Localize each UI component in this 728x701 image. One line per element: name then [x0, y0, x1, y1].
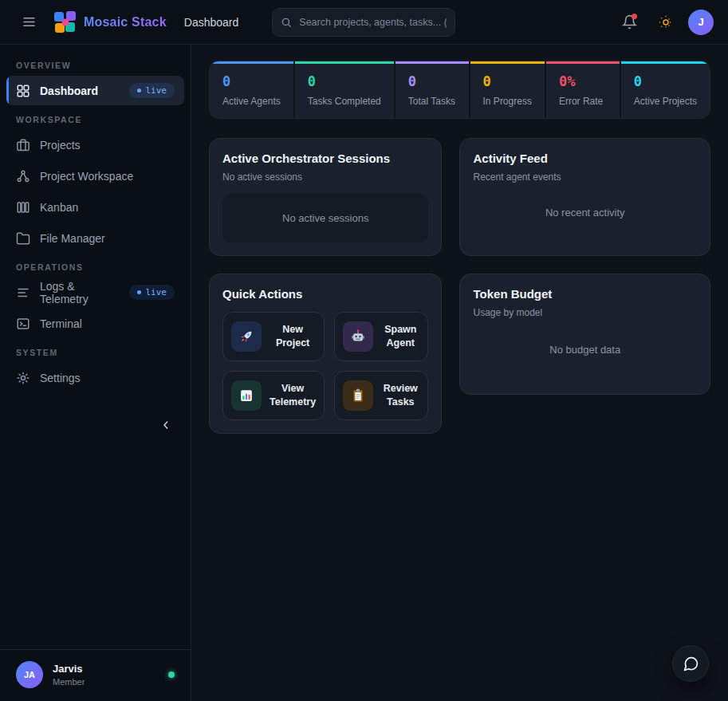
stat-card-tasks-completed: 0 Tasks Completed — [295, 61, 394, 118]
chat-fab-button[interactable] — [672, 645, 709, 682]
user-avatar-initials: JA — [16, 661, 43, 688]
bar-chart-icon — [238, 387, 255, 404]
stat-label: Total Tasks — [408, 96, 456, 107]
mosaic-logo-icon — [54, 11, 76, 33]
section-label-operations: Operations — [0, 262, 191, 272]
sidebar-item-kanban[interactable]: Kanban — [6, 192, 184, 222]
stat-value: 0 — [408, 73, 456, 89]
stat-card-active-projects: 0 Active Projects — [621, 61, 710, 118]
breadcrumb-page-label: Dashboard — [184, 16, 239, 29]
budget-empty-state: No budget data — [473, 318, 697, 381]
stat-accent-bar — [546, 61, 620, 64]
card-subtitle: No active sessions — [222, 171, 428, 183]
stats-row: 0 Active Agents 0 Tasks Completed 0 Tota… — [209, 61, 710, 119]
global-search — [272, 8, 455, 37]
stat-accent-bar — [210, 61, 293, 64]
stat-card-error-rate: 0% Error Rate — [546, 61, 620, 118]
sidebar-item-dashboard[interactable]: Dashboard live — [6, 76, 184, 105]
quick-action-label: Review Tasks — [381, 382, 419, 409]
live-dot-icon — [137, 290, 141, 294]
card-title: Token Budget — [473, 287, 697, 301]
app-logo[interactable]: Mosaic Stack — [54, 11, 167, 33]
kanban-columns-icon — [16, 200, 30, 215]
view-telemetry-button[interactable]: View Telemetry — [222, 371, 325, 420]
sidebar-item-label: Dashboard — [40, 85, 98, 97]
stat-card-total-tasks: 0 Total Tasks — [395, 61, 469, 118]
sun-icon — [659, 15, 673, 30]
live-dot-icon — [137, 89, 141, 93]
active-sessions-card: Active Orchestrator Sessions No active s… — [209, 138, 442, 256]
user-name: Jarvis — [53, 663, 85, 675]
card-subtitle: Recent agent events — [473, 171, 697, 183]
sidebar-item-label: Projects — [40, 139, 81, 152]
sidebar-item-label: Logs & Telemetry — [40, 280, 120, 305]
stat-label: Error Rate — [559, 96, 607, 107]
stat-value: 0 — [222, 73, 281, 89]
live-badge: live — [129, 285, 175, 300]
spawn-agent-button[interactable]: Spawn Agent — [334, 312, 428, 361]
gear-icon — [16, 371, 30, 385]
sidebar-item-settings[interactable]: Settings — [6, 363, 184, 392]
stat-card-active-agents: 0 Active Agents — [210, 61, 293, 118]
app-title: Mosaic Stack — [84, 15, 167, 30]
quick-action-label: Spawn Agent — [381, 323, 419, 350]
card-subtitle: Usage by model — [473, 307, 697, 318]
notifications-button[interactable] — [615, 8, 643, 37]
user-role: Member — [53, 677, 85, 687]
search-icon — [281, 17, 292, 28]
top-header: Mosaic Stack Dashboard J — [0, 0, 728, 45]
sidebar-item-label: Kanban — [40, 201, 78, 214]
quick-action-label: New Project — [270, 323, 316, 350]
chat-bubble-icon — [683, 656, 699, 672]
stat-accent-bar — [470, 61, 545, 64]
stat-accent-bar — [621, 61, 710, 64]
new-project-button[interactable]: New Project — [222, 312, 325, 361]
review-tasks-button[interactable]: Review Tasks — [334, 371, 428, 420]
grid-icon — [16, 84, 30, 98]
notification-dot — [632, 14, 637, 19]
token-budget-card: Token Budget Usage by model No budget da… — [459, 274, 710, 395]
sidebar-item-label: Project Workspace — [40, 170, 133, 183]
card-title: Active Orchestrator Sessions — [222, 152, 428, 165]
sidebar-item-terminal[interactable]: Terminal — [6, 309, 184, 338]
sidebar-user-footer[interactable]: JA Jarvis Member — [0, 649, 191, 701]
quick-actions-card: Quick Actions New Project Spawn Agent — [209, 274, 442, 434]
log-lines-icon — [16, 286, 30, 300]
sidebar-collapse-button[interactable] — [154, 413, 178, 437]
card-title: Activity Feed — [473, 152, 697, 165]
live-badge: live — [129, 83, 175, 98]
stat-label: Active Projects — [634, 96, 697, 107]
quick-action-label: View Telemetry — [270, 382, 316, 409]
stat-value: 0 — [308, 73, 381, 89]
hamburger-menu-button[interactable] — [14, 8, 43, 37]
sidebar-item-label: Settings — [40, 372, 81, 384]
sidebar: Overview Dashboard live Workspace Projec… — [0, 45, 191, 701]
stat-accent-bar — [295, 61, 394, 64]
sidebar-item-projects[interactable]: Projects — [6, 130, 184, 159]
theme-toggle-button[interactable] — [651, 8, 680, 37]
chevron-left-icon — [159, 419, 172, 431]
activity-feed-card: Activity Feed Recent agent events No rec… — [459, 138, 710, 256]
activity-empty-state: No recent activity — [473, 183, 697, 242]
section-label-overview: Overview — [0, 61, 191, 70]
stat-value: 0 — [483, 73, 532, 89]
user-avatar[interactable]: J — [688, 10, 714, 35]
terminal-icon — [16, 317, 30, 331]
robot-icon — [349, 328, 367, 345]
search-input[interactable] — [272, 8, 455, 37]
sessions-empty-state: No active sessions — [222, 194, 428, 242]
sidebar-item-logs-telemetry[interactable]: Logs & Telemetry live — [6, 278, 184, 307]
stat-accent-bar — [395, 61, 469, 64]
stat-label: In Progress — [483, 96, 532, 107]
clipboard-icon — [349, 387, 367, 404]
sidebar-item-file-manager[interactable]: File Manager — [6, 223, 184, 253]
stat-label: Active Agents — [222, 96, 281, 107]
card-title: Quick Actions — [222, 287, 428, 301]
nodes-icon — [16, 169, 30, 183]
sidebar-item-project-workspace[interactable]: Project Workspace — [6, 161, 184, 191]
folder-icon — [16, 231, 30, 246]
rocket-icon — [238, 328, 255, 345]
stat-value: 0% — [559, 73, 607, 89]
stat-label: Tasks Completed — [308, 96, 381, 107]
sidebar-item-label: Terminal — [40, 317, 82, 330]
